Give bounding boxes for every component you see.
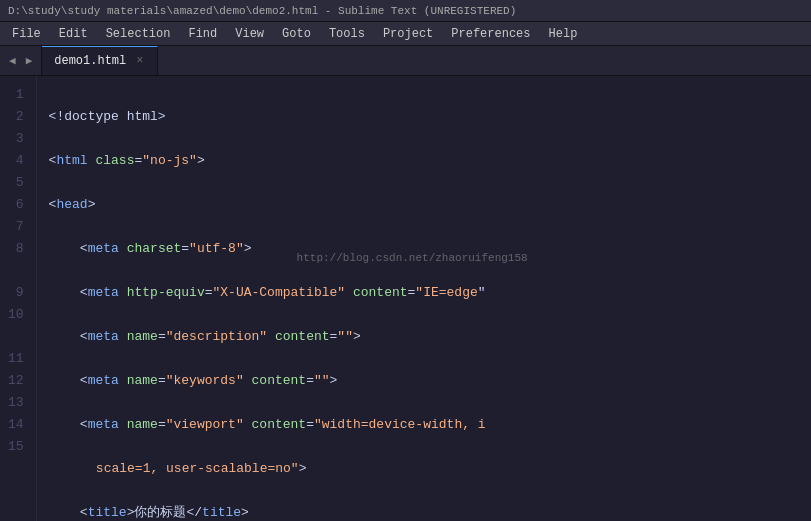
line-num: 11 <box>8 348 24 370</box>
line-num: 8 <box>8 238 24 260</box>
tab-nav-prev[interactable]: ◀ <box>6 52 19 69</box>
title-text: D:\study\study materials\amazed\demo\dem… <box>8 5 516 17</box>
line-num: 1 <box>8 84 24 106</box>
menu-help[interactable]: Help <box>541 25 586 43</box>
menu-edit[interactable]: Edit <box>51 25 96 43</box>
menu-bar: File Edit Selection Find View Goto Tools… <box>0 22 811 46</box>
line-num: 4 <box>8 150 24 172</box>
line-num: 2 <box>8 106 24 128</box>
menu-view[interactable]: View <box>227 25 272 43</box>
menu-goto[interactable]: Goto <box>274 25 319 43</box>
line-num: 3 <box>8 128 24 150</box>
tab-bar: ◀ ▶ demo1.html × <box>0 46 811 76</box>
tab-nav-next[interactable]: ▶ <box>23 52 36 69</box>
tab-close-button[interactable]: × <box>134 54 145 68</box>
code-editor[interactable]: <!doctype html> <html class="no-js"> <he… <box>37 76 811 521</box>
code-line-4: <meta charset="utf-8"> <box>49 238 799 260</box>
line-num: 12 <box>8 370 24 392</box>
menu-preferences[interactable]: Preferences <box>443 25 538 43</box>
line-num: 6 <box>8 194 24 216</box>
tab-demo1[interactable]: demo1.html × <box>42 46 158 75</box>
line-num: 13 <box>8 392 24 414</box>
line-num: 5 <box>8 172 24 194</box>
code-line-8b: scale=1, user-scalable=no"> <box>49 458 799 480</box>
line-numbers: 1 2 3 4 5 6 7 8 9 10 11 12 13 14 15 <box>0 76 37 521</box>
code-line-5: <meta http-equiv="X-UA-Compatible" conte… <box>49 282 799 304</box>
code-line-7: <meta name="keywords" content=""> <box>49 370 799 392</box>
title-bar: D:\study\study materials\amazed\demo\dem… <box>0 0 811 22</box>
line-num: 14 <box>8 414 24 436</box>
line-num: 9 <box>8 282 24 304</box>
line-num: 15 <box>8 436 24 458</box>
line-num: 10 <box>8 304 24 326</box>
code-line-2: <html class="no-js"> <box>49 150 799 172</box>
code-line-3: <head> <box>49 194 799 216</box>
menu-file[interactable]: File <box>4 25 49 43</box>
line-num <box>8 260 24 282</box>
tab-label: demo1.html <box>54 54 126 68</box>
code-line-6: <meta name="description" content=""> <box>49 326 799 348</box>
code-line-8a: <meta name="viewport" content="width=dev… <box>49 414 799 436</box>
menu-tools[interactable]: Tools <box>321 25 373 43</box>
code-wrapper[interactable]: <!doctype html> <html class="no-js"> <he… <box>37 76 811 521</box>
editor: 1 2 3 4 5 6 7 8 9 10 11 12 13 14 15 <!do… <box>0 76 811 521</box>
menu-find[interactable]: Find <box>180 25 225 43</box>
tab-nav-arrows: ◀ ▶ <box>0 46 42 75</box>
code-line-1: <!doctype html> <box>49 106 799 128</box>
menu-selection[interactable]: Selection <box>98 25 179 43</box>
menu-project[interactable]: Project <box>375 25 441 43</box>
code-line-9: <title>你的标题</title> <box>49 502 799 521</box>
line-num: 7 <box>8 216 24 238</box>
line-num <box>8 326 24 348</box>
